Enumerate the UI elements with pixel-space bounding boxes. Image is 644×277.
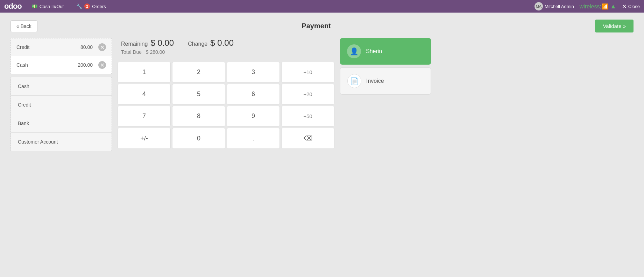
user-name: Mitchell Admin (545, 4, 574, 9)
header-row: « Back Payment Validate » (10, 20, 634, 32)
invoice-button[interactable]: 📄 Invoice (340, 67, 431, 95)
content-row: Credit 80.00 ✕ Cash 200.00 ✕ C (10, 38, 634, 151)
customer-label: Sherin (366, 48, 382, 54)
cash-inout-nav[interactable]: 💵 Cash In/Out (29, 0, 66, 13)
payment-method-customer-account-label: Customer Account (18, 139, 58, 145)
left-panel: Credit 80.00 ✕ Cash 200.00 ✕ C (10, 38, 112, 151)
numpad-1[interactable]: 1 (118, 62, 171, 82)
page-title: Payment (302, 22, 331, 30)
numpad-3[interactable]: 3 (227, 62, 280, 82)
total-due-row: Total Due $ 280.00 (121, 49, 174, 55)
payment-line-cash[interactable]: Cash 200.00 ✕ (11, 56, 112, 74)
invoice-icon: 📄 (347, 74, 361, 88)
payment-line-cash-amount: 200.00 (78, 62, 93, 68)
payment-line-cash-name: Cash (16, 62, 28, 68)
payment-method-credit-label: Credit (18, 102, 31, 108)
wifi-icon: wireless;📶 (580, 3, 608, 10)
remove-cash-button[interactable]: ✕ (98, 61, 106, 69)
numpad-plus50[interactable]: +50 (281, 106, 334, 126)
invoice-label: Invoice (366, 78, 384, 84)
payment-lines: Credit 80.00 ✕ Cash 200.00 ✕ (10, 38, 112, 74)
cash-inout-icon: 💵 (31, 3, 37, 9)
payment-line-credit-name: Credit (16, 44, 29, 50)
remaining-label: Remaining (121, 41, 148, 47)
payment-method-cash[interactable]: Cash (11, 77, 112, 96)
numpad-plusminus[interactable]: +/- (118, 128, 171, 149)
wifi-status: wireless;📶 ▲ (580, 3, 616, 10)
numpad-8[interactable]: 8 (172, 106, 225, 126)
payment-method-credit[interactable]: Credit (11, 96, 112, 114)
remove-credit-button[interactable]: ✕ (98, 43, 106, 51)
orders-label: Orders (92, 4, 106, 9)
right-panel: 👤 Sherin 📄 Invoice (340, 38, 431, 95)
topnav: odoo 💵 Cash In/Out 🔧 2 Orders MA Mitchel… (0, 0, 644, 13)
orders-icon: 🔧 (76, 3, 82, 9)
payment-methods-list: Cash Credit Bank Customer Account (10, 77, 112, 151)
validate-button[interactable]: Validate » (595, 20, 634, 32)
customer-icon: 👤 (347, 44, 361, 58)
user-menu[interactable]: MA Mitchell Admin (535, 2, 574, 10)
payment-method-customer-account[interactable]: Customer Account (11, 133, 112, 151)
orders-nav[interactable]: 🔧 2 Orders (73, 0, 109, 13)
user-avatar: MA (535, 2, 543, 10)
odoo-logo-area[interactable]: odoo (4, 2, 22, 11)
numpad-6[interactable]: 6 (227, 84, 280, 104)
remaining-summary: Remaining $ 0.00 Total Due $ 280.00 (121, 38, 174, 55)
close-icon: ✕ (622, 3, 627, 10)
payment-line-credit[interactable]: Credit 80.00 ✕ (11, 38, 112, 56)
change-label: Change (188, 41, 207, 47)
numpad-backspace[interactable]: ⌫ (281, 128, 334, 149)
close-btn[interactable]: ✕ Close (622, 3, 640, 10)
customer-button[interactable]: 👤 Sherin (340, 38, 431, 65)
total-due-value: $ 280.00 (146, 49, 165, 55)
close-label: Close (628, 4, 640, 9)
payment-method-cash-label: Cash (18, 83, 29, 89)
numpad-4[interactable]: 4 (118, 84, 171, 104)
total-due-label: Total Due (121, 49, 142, 55)
orders-badge: 2 (84, 3, 90, 9)
back-button[interactable]: « Back (10, 20, 37, 32)
topnav-right: MA Mitchell Admin wireless;📶 ▲ ✕ Close (535, 2, 640, 10)
numpad-5[interactable]: 5 (172, 84, 225, 104)
numpad-9[interactable]: 9 (227, 106, 280, 126)
remaining-value: $ 0.00 (150, 38, 174, 48)
wifi-signal-icon: ▲ (610, 3, 616, 10)
cash-inout-label: Cash In/Out (40, 4, 64, 9)
main-area: « Back Payment Validate » Credit 80.00 ✕… (0, 13, 644, 277)
change-value: $ 0.00 (210, 38, 234, 48)
middle-section: Remaining $ 0.00 Total Due $ 280.00 Chan… (118, 38, 334, 149)
odoo-logo: odoo (4, 2, 22, 11)
numpad-plus10[interactable]: +10 (281, 62, 334, 82)
payment-method-bank-label: Bank (18, 121, 29, 126)
payment-method-bank[interactable]: Bank (11, 114, 112, 133)
summary-row: Remaining $ 0.00 Total Due $ 280.00 Chan… (118, 38, 334, 55)
numpad-dot[interactable]: . (227, 128, 280, 149)
numpad-2[interactable]: 2 (172, 62, 225, 82)
numpad-7[interactable]: 7 (118, 106, 171, 126)
numpad-0[interactable]: 0 (172, 128, 225, 149)
payment-line-credit-amount: 80.00 (80, 44, 93, 50)
numpad: 1 2 3 +10 4 5 6 +20 7 8 9 +50 +/- 0 . ⌫ (118, 62, 334, 149)
numpad-plus20[interactable]: +20 (281, 84, 334, 104)
change-summary: Change $ 0.00 (188, 38, 234, 55)
